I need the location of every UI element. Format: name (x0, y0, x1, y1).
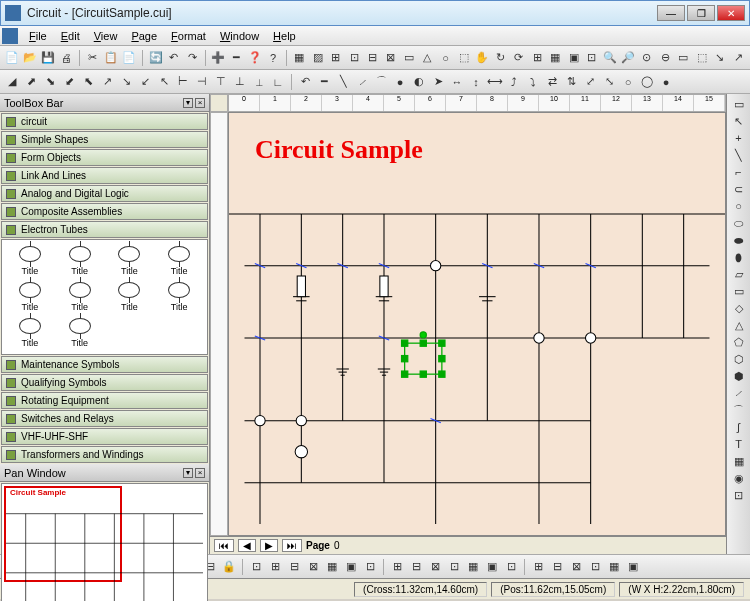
toolbar-button[interactable]: 💾 (40, 49, 57, 67)
toolbar-button[interactable]: ⊟ (548, 558, 566, 576)
page-prev-button[interactable]: ◀ (238, 539, 256, 552)
symbol-item[interactable]: Title (56, 316, 104, 350)
toolbar-button[interactable]: ▭ (400, 49, 417, 67)
toolbar-button[interactable]: ⬡ (730, 351, 748, 367)
toolbar-button[interactable]: ▭ (730, 283, 748, 299)
category-item[interactable]: Qualifying Symbols (1, 374, 208, 391)
toolbar-button[interactable]: ● (657, 73, 675, 91)
toolbar-button[interactable]: 🔒 (220, 558, 238, 576)
toolbar-button[interactable]: ⬬ (730, 232, 748, 248)
toolbar-button[interactable]: + (730, 130, 748, 146)
toolbar-button[interactable]: ⊠ (567, 558, 585, 576)
toolbar-button[interactable]: ◯ (638, 73, 656, 91)
toolbar-button[interactable]: ⌒ (372, 73, 390, 91)
system-icon[interactable] (2, 28, 18, 44)
toolbar-button[interactable]: ⟂ (250, 73, 268, 91)
toolbar-button[interactable]: ⊠ (426, 558, 444, 576)
toolbar-button[interactable]: ▭ (730, 96, 748, 112)
toolbar-button[interactable]: ○ (730, 198, 748, 214)
menu-window[interactable]: Window (213, 28, 266, 44)
toolbar-button[interactable]: ✂ (84, 49, 101, 67)
toolbar-button[interactable]: ⟳ (510, 49, 527, 67)
toolbar-button[interactable]: ⬋ (60, 73, 78, 91)
toolbar-button[interactable]: ⤡ (600, 73, 618, 91)
category-item[interactable]: Simple Shapes (1, 131, 208, 148)
toolbar-button[interactable]: ⬭ (730, 215, 748, 231)
category-item[interactable]: Form Objects (1, 149, 208, 166)
toolbar-button[interactable]: ∟ (269, 73, 287, 91)
toolbar-button[interactable]: ⊣ (193, 73, 211, 91)
toolbar-button[interactable]: ⊞ (388, 558, 406, 576)
toolbar-button[interactable]: ⌒ (730, 402, 748, 418)
toolbar-button[interactable]: ⇄ (543, 73, 561, 91)
toolbar-button[interactable]: ⊞ (529, 558, 547, 576)
category-item[interactable]: Switches and Relays (1, 410, 208, 427)
toolbar-button[interactable]: ⬠ (730, 334, 748, 350)
category-item[interactable]: Analog and Digital Logic (1, 185, 208, 202)
toolbar-button[interactable]: ❓ (246, 49, 263, 67)
toolbar-button[interactable]: ⬚ (693, 49, 710, 67)
toolbar-button[interactable]: ↗ (98, 73, 116, 91)
toolbar-button[interactable]: ↷ (183, 49, 200, 67)
toolbar-button[interactable]: ⊡ (730, 487, 748, 503)
toolbar-button[interactable]: ➤ (429, 73, 447, 91)
toolbar-button[interactable]: ▦ (605, 558, 623, 576)
toolbar-button[interactable]: ✋ (474, 49, 491, 67)
page-first-button[interactable]: ⏮ (214, 539, 234, 552)
toolbar-button[interactable]: ▣ (483, 558, 501, 576)
toolbar-button[interactable]: ◢ (3, 73, 21, 91)
toolbar-button[interactable]: T (730, 436, 748, 452)
toolbar-button[interactable]: 🔍 (602, 49, 619, 67)
symbol-item[interactable]: Title (106, 280, 154, 314)
toolbar-button[interactable]: ▣ (342, 558, 360, 576)
toolbar-button[interactable]: ⊡ (502, 558, 520, 576)
menu-page[interactable]: Page (124, 28, 164, 44)
toolbar-button[interactable]: ∫ (730, 419, 748, 435)
toolbar-button[interactable]: ⤢ (581, 73, 599, 91)
category-item[interactable]: Composite Assemblies (1, 203, 208, 220)
toolbar-button[interactable]: ↘ (711, 49, 728, 67)
category-item[interactable]: Maintenance Symbols (1, 356, 208, 373)
toolbar-button[interactable]: △ (730, 317, 748, 333)
toolbar-button[interactable]: ╲ (730, 147, 748, 163)
category-item[interactable]: Electron Tubes (1, 221, 208, 238)
toolbar-button[interactable]: ⊞ (528, 49, 545, 67)
toolbar-button[interactable]: ⊡ (586, 558, 604, 576)
toolbar-button[interactable]: ◐ (410, 73, 428, 91)
panel-dropdown-icon[interactable]: ▾ (183, 98, 193, 108)
toolbar-button[interactable]: ⟋ (353, 73, 371, 91)
toolbar-button[interactable]: ▦ (547, 49, 564, 67)
menu-edit[interactable]: Edit (54, 28, 87, 44)
panel-close-icon[interactable]: × (195, 98, 205, 108)
category-item[interactable]: circuit (1, 113, 208, 130)
pan-minimap[interactable]: Circuit Sample (1, 483, 208, 601)
toolbar-button[interactable]: ↗ (730, 49, 747, 67)
symbol-item[interactable]: Title (6, 316, 54, 350)
toolbar-button[interactable]: 🔄 (147, 49, 164, 67)
toolbar-button[interactable]: ⊠ (304, 558, 322, 576)
toolbar-button[interactable]: ⊡ (445, 558, 463, 576)
toolbar-button[interactable]: ▦ (730, 453, 748, 469)
toolbar-button[interactable]: ○ (437, 49, 454, 67)
toolbar-button[interactable]: ⊂ (730, 181, 748, 197)
toolbar-button[interactable]: ↖ (730, 113, 748, 129)
toolbar-button[interactable]: ⊡ (247, 558, 265, 576)
toolbar-button[interactable]: ⊡ (583, 49, 600, 67)
toolbar-button[interactable]: 📄 (121, 49, 138, 67)
toolbar-button[interactable]: ↕ (467, 73, 485, 91)
toolbar-button[interactable]: ⊞ (266, 558, 284, 576)
toolbar-button[interactable]: ● (391, 73, 409, 91)
toolbar-button[interactable]: ○ (619, 73, 637, 91)
toolbar-button[interactable]: ◇ (730, 300, 748, 316)
toolbar-button[interactable]: ⟷ (486, 73, 504, 91)
toolbar-button[interactable]: ▭ (675, 49, 692, 67)
toolbar-button[interactable]: ◉ (730, 470, 748, 486)
toolbar-button[interactable]: ↶ (165, 49, 182, 67)
toolbar-button[interactable]: ━ (228, 49, 245, 67)
toolbar-button[interactable]: ↙ (136, 73, 154, 91)
menu-help[interactable]: Help (266, 28, 303, 44)
toolbar-button[interactable]: 📋 (102, 49, 119, 67)
category-item[interactable]: Rotating Equipment (1, 392, 208, 409)
page-last-button[interactable]: ⏭ (282, 539, 302, 552)
symbol-item[interactable]: Title (6, 244, 54, 278)
